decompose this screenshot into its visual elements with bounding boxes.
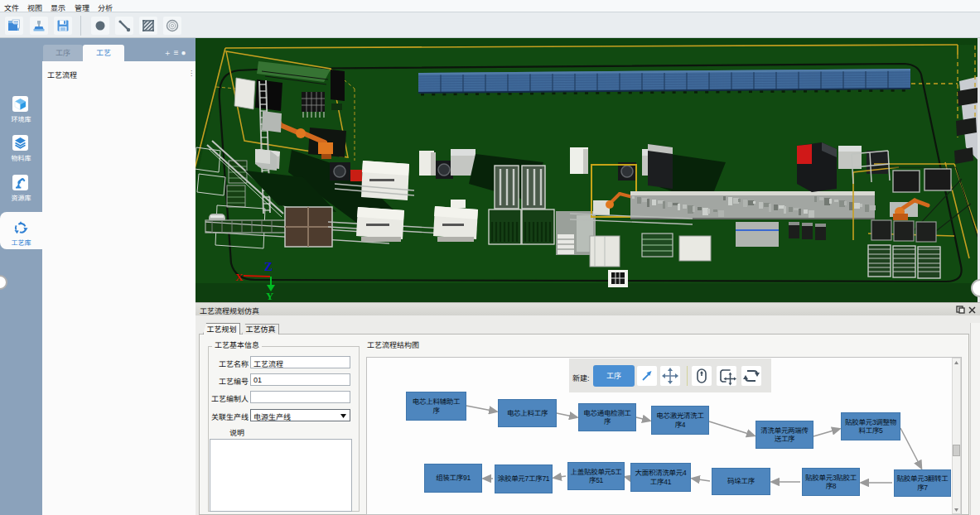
svg-text:Z: Z xyxy=(264,260,273,273)
svg-text:Y: Y xyxy=(266,290,274,302)
svg-text:X: X xyxy=(235,271,244,283)
